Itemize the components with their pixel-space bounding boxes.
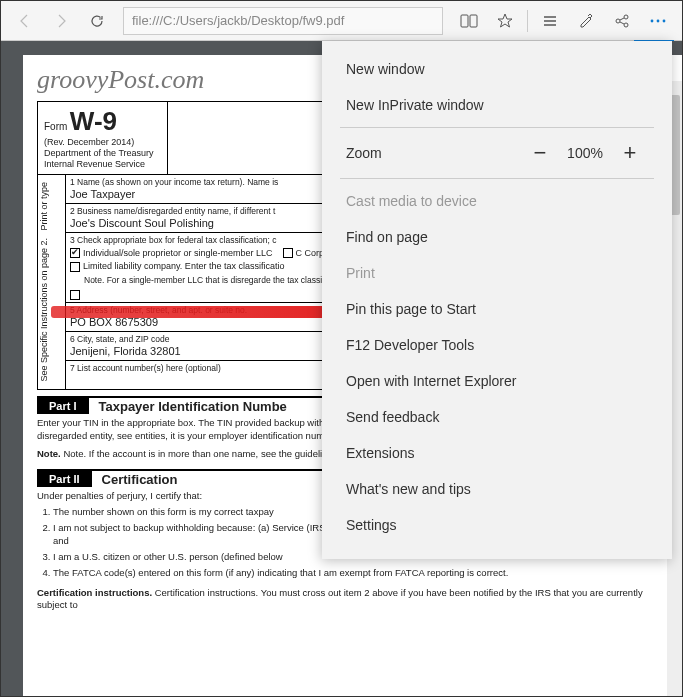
checkbox-llc[interactable]	[70, 262, 80, 272]
form-name: W-9	[70, 106, 117, 136]
svg-point-5	[651, 19, 654, 22]
zoom-out-button[interactable]: −	[522, 140, 558, 166]
svg-point-4	[624, 23, 628, 27]
menu-separator	[340, 178, 654, 179]
svg-rect-0	[461, 15, 468, 27]
menu-zoom-row: Zoom − 100% +	[322, 132, 672, 174]
checkbox-ccorp[interactable]	[283, 248, 293, 258]
cert-item-4: The FATCA code(s) entered on this form (…	[53, 567, 669, 579]
menu-extensions[interactable]: Extensions	[322, 435, 672, 471]
forward-button[interactable]	[43, 3, 79, 39]
part2-title: Certification	[92, 472, 178, 487]
side-instructions: See Specific Instructions on page 2. Pri…	[37, 175, 65, 391]
menu-pin[interactable]: Pin this page to Start	[322, 291, 672, 327]
menu-find[interactable]: Find on page	[322, 219, 672, 255]
menu-separator	[340, 127, 654, 128]
toolbar-divider	[527, 10, 528, 32]
svg-rect-1	[470, 15, 477, 27]
opt-llc: Limited liability company. Enter the tax…	[83, 261, 284, 271]
part1-label: Part I	[37, 398, 89, 414]
opt-individual: Individual/sole proprietor or single-mem…	[83, 248, 273, 258]
refresh-button[interactable]	[79, 3, 115, 39]
zoom-in-button[interactable]: +	[612, 140, 648, 166]
svg-point-7	[663, 19, 666, 22]
svg-point-6	[657, 19, 660, 22]
menu-open-ie[interactable]: Open with Internet Explorer	[322, 363, 672, 399]
zoom-value: 100%	[558, 145, 612, 161]
hub-icon[interactable]	[532, 3, 568, 39]
reading-view-icon[interactable]	[451, 3, 487, 39]
svg-point-3	[624, 15, 628, 19]
browser-toolbar: file:///C:/Users/jackb/Desktop/fw9.pdf	[1, 1, 682, 41]
share-icon[interactable]	[604, 3, 640, 39]
back-button[interactable]	[7, 3, 43, 39]
zoom-label: Zoom	[346, 145, 522, 161]
menu-new-window[interactable]: New window	[322, 51, 672, 87]
menu-settings[interactable]: Settings	[322, 507, 672, 543]
checkbox-other[interactable]	[70, 290, 80, 300]
menu-devtools[interactable]: F12 Developer Tools	[322, 327, 672, 363]
form-rev: (Rev. December 2014)	[44, 137, 134, 147]
menu-new-inprivate[interactable]: New InPrivate window	[322, 87, 672, 123]
menu-print[interactable]: Print	[322, 255, 672, 291]
cert-instructions: Certification instructions. Certificatio…	[37, 584, 669, 615]
more-menu: New window New InPrivate window Zoom − 1…	[322, 41, 672, 559]
form-label: Form	[44, 121, 67, 132]
form-irs: Internal Revenue Service	[44, 159, 145, 169]
address-bar[interactable]: file:///C:/Users/jackb/Desktop/fw9.pdf	[123, 7, 443, 35]
menu-whatsnew[interactable]: What's new and tips	[322, 471, 672, 507]
checkbox-individual[interactable]	[70, 248, 80, 258]
notes-icon[interactable]	[568, 3, 604, 39]
part2-label: Part II	[37, 471, 92, 487]
svg-point-2	[616, 19, 620, 23]
more-button[interactable]	[640, 3, 676, 39]
part1-title: Taxpayer Identification Numbe	[89, 399, 287, 414]
menu-cast[interactable]: Cast media to device	[322, 183, 672, 219]
menu-feedback[interactable]: Send feedback	[322, 399, 672, 435]
form-dept: Department of the Treasury	[44, 148, 154, 158]
favorite-icon[interactable]	[487, 3, 523, 39]
